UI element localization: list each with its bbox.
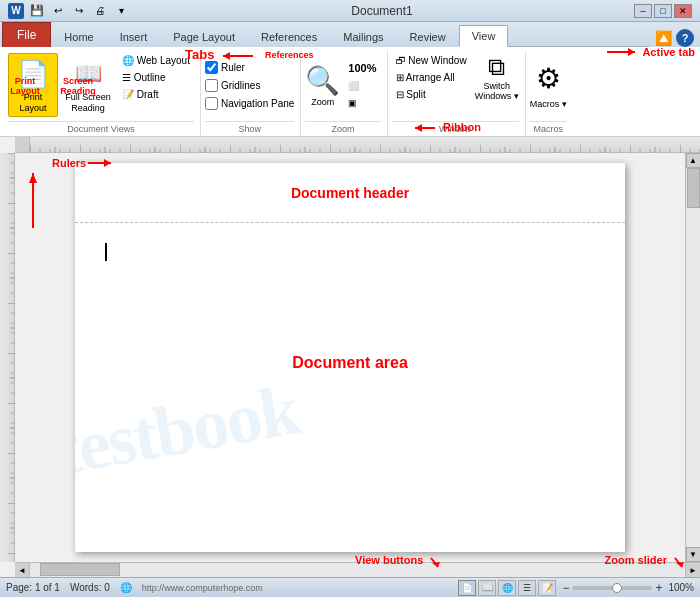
help-icon[interactable]: 🔼 [655,30,672,46]
tab-home[interactable]: Home [51,25,106,47]
status-left: Page: 1 of 1 Words: 0 🌐 http://www.compu… [6,582,263,593]
ruler-checkbox[interactable]: Ruler [205,61,245,74]
word-count: Words: 0 [70,582,110,593]
more-qt-btn[interactable]: ▾ [112,2,130,20]
draft-btn[interactable]: 📝 Draft [118,87,194,102]
zoom-controls: 100% ⬜ ▣ [344,60,380,110]
full-screen-reading-btn[interactable]: 📖 Full ScreenReading [62,53,114,117]
ruler-horizontal-container [15,137,700,153]
zoom-label: Zoom [305,121,380,136]
ruler-horizontal [30,137,700,153]
window-btns-col1: 🗗 New Window ⊞ Arrange All ⊟ Split [392,53,471,102]
gridlines-checkbox[interactable]: Gridlines [205,79,260,92]
document-title: Document1 [130,4,634,18]
quick-access-toolbar: 💾 ↩ ↪ 🖨 ▾ [28,2,130,20]
ruler-vertical [0,153,15,562]
save-qt-btn[interactable]: 💾 [28,2,46,20]
zoom-large-btn[interactable]: 🔍 Zoom [305,64,340,107]
ribbon-group-zoom: 🔍 Zoom 100% ⬜ ▣ Zoom [301,51,387,136]
language-icon: 🌐 [120,582,132,593]
redo-qt-btn[interactable]: ↪ [70,2,88,20]
scroll-up-btn[interactable]: ▲ [686,153,701,168]
tab-view[interactable]: View [459,25,509,47]
view-buttons: 📄 📖 🌐 ☰ 📝 [458,580,556,596]
ruler-corner [15,137,30,153]
ribbon-group-content-zoom: 🔍 Zoom 100% ⬜ ▣ [305,51,380,119]
split-btn[interactable]: ⊟ Split [392,87,471,102]
scroll-track[interactable] [686,168,701,547]
switch-windows-btn[interactable]: ⧉ SwitchWindows ▾ [475,53,519,101]
scrollbar-horizontal-container: ◄ ► [15,562,700,577]
main-area: testbook Document header Document area ▲ [0,137,700,577]
navigation-pane-checkbox[interactable]: Navigation Pane [205,97,294,110]
zoom-track[interactable] [572,586,652,590]
document-area-text: Document area [292,354,408,372]
tab-bar: File Home Insert Page Layout References … [0,22,700,47]
scroll-h-thumb[interactable] [40,563,120,576]
new-window-btn[interactable]: 🗗 New Window [392,53,471,68]
tab-references[interactable]: References [248,25,330,47]
zoom-plus-btn[interactable]: + [655,581,662,595]
status-url: http://www.computerhope.com [142,583,263,593]
tab-mailings[interactable]: Mailings [330,25,396,47]
maximize-btn[interactable]: □ [654,4,672,18]
ribbon-group-window: 🗗 New Window ⊞ Arrange All ⊟ Split ⧉ Swi… [388,51,526,136]
outline-btn[interactable]: ☰ Outline [118,70,194,85]
question-mark-icon[interactable]: ? [676,29,694,47]
ribbon-group-content-macros: ⚙ Macros ▾ [530,51,567,119]
ribbon-group-content-views: 📄 PrintLayout 📖 Full ScreenReading 🌐 Web… [8,51,194,119]
scroll-down-btn[interactable]: ▼ [686,547,701,562]
ribbon: 📄 PrintLayout 📖 Full ScreenReading 🌐 Web… [0,47,700,137]
ribbon-small-views: 🌐 Web Layout ☰ Outline 📝 Draft [118,53,194,102]
undo-qt-btn[interactable]: ↩ [49,2,67,20]
zoom-100-btn[interactable]: 100% [344,60,380,76]
document-views-label: Document Views [8,121,194,136]
outline-view-btn[interactable]: ☰ [518,580,536,596]
full-screen-icon: 📖 [70,56,106,92]
scroll-left-btn[interactable]: ◄ [15,563,30,577]
page-info: Page: 1 of 1 [6,582,60,593]
print-layout-label: PrintLayout [19,92,46,114]
zoom-page-btn[interactable]: ⬜ [344,79,380,93]
title-bar-left: W 💾 ↩ ↪ 🖨 ▾ [8,2,130,20]
scroll-thumb[interactable] [687,168,700,208]
zoom-fit-btn[interactable]: ▣ [344,96,380,110]
close-btn[interactable]: ✕ [674,4,692,18]
print-layout-btn[interactable]: 📄 PrintLayout [8,53,58,117]
window-label: Window [392,121,519,136]
zoom-handle[interactable] [612,583,622,593]
print-qt-btn[interactable]: 🖨 [91,2,109,20]
arrange-all-btn[interactable]: ⊞ Arrange All [392,70,471,85]
ribbon-group-document-views: 📄 PrintLayout 📖 Full ScreenReading 🌐 Web… [4,51,201,136]
web-layout-btn[interactable]: 🌐 Web Layout [118,53,194,68]
doc-body[interactable]: Document area [75,223,625,503]
doc-scroll-area[interactable]: testbook Document header Document area [15,153,685,562]
macros-label: Macros ▾ [530,99,567,109]
tab-insert[interactable]: Insert [107,25,161,47]
minimize-btn[interactable]: – [634,4,652,18]
tab-review[interactable]: Review [397,25,459,47]
tab-page-layout[interactable]: Page Layout [160,25,248,47]
draft-view-btn[interactable]: 📝 [538,580,556,596]
tab-file[interactable]: File [2,22,51,47]
ribbon-group-content-window: 🗗 New Window ⊞ Arrange All ⊟ Split ⧉ Swi… [392,51,519,119]
status-bar: Page: 1 of 1 Words: 0 🌐 http://www.compu… [0,577,700,597]
scroll-h-track[interactable] [30,563,685,577]
scroll-right-btn[interactable]: ► [685,563,700,577]
print-view-btn[interactable]: 📄 [458,580,476,596]
web-view-btn[interactable]: 🌐 [498,580,516,596]
doc-header-area: Document header [75,163,625,223]
full-screen-view-btn[interactable]: 📖 [478,580,496,596]
zoom-minus-btn[interactable]: − [562,581,569,595]
macros-icon[interactable]: ⚙ [536,62,561,95]
print-layout-icon: 📄 [15,56,51,92]
zoom-slider: − + [562,581,662,595]
show-label: Show [205,121,294,136]
svg-rect-6 [30,137,700,153]
word-icon: W [8,3,24,19]
scrollbar-vertical[interactable]: ▲ ▼ [685,153,700,562]
ribbon-group-content-show: Ruler Gridlines Navigation Pane [205,51,294,119]
ruler-ticks [30,137,700,153]
macros-group-label: Macros [530,121,567,136]
ribbon-group-show: Ruler Gridlines Navigation Pane Show [201,51,301,136]
